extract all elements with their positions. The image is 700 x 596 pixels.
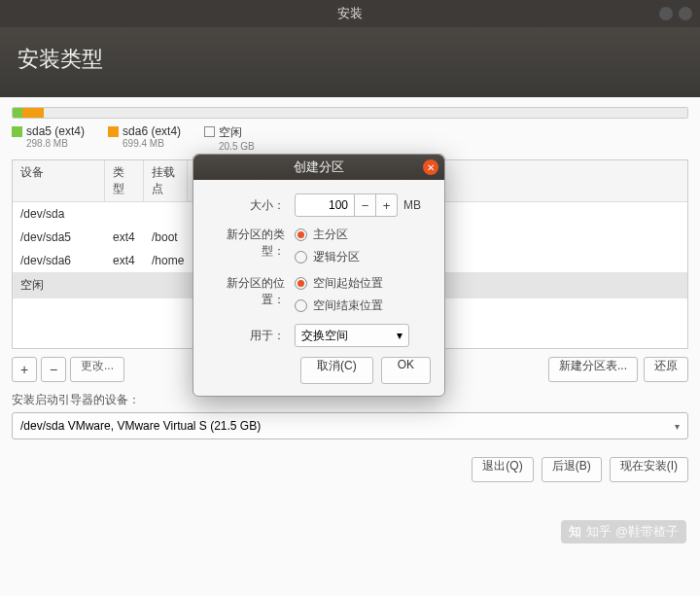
chevron-down-icon [675,419,680,433]
install-now-button[interactable]: 现在安装(I) [610,457,688,482]
legend-item-sda6: sda6 (ext4) 699.4 MB [108,124,181,152]
cell-device: /dev/sda5 [13,228,105,246]
revert-button[interactable]: 还原 [644,357,688,382]
radio-label: 空间结束位置 [313,298,383,314]
th-device[interactable]: 设备 [13,160,105,201]
legend-color-icon [12,126,22,137]
radio-logical[interactable]: 逻辑分区 [295,249,360,265]
cancel-button[interactable]: 取消(C) [300,357,373,384]
radio-label: 空间起始位置 [313,275,383,292]
cell-type: ext4 [105,252,144,269]
use-as-select[interactable]: 交换空间 ▾ [295,324,409,347]
page-title: 安装类型 [18,45,682,74]
legend-item-sda5: sda5 (ext4) 298.8 MB [12,124,85,152]
add-partition-button[interactable]: + [12,357,37,382]
disk-usage-bar [12,107,688,119]
page-header: 安装类型 [0,27,700,97]
dialog-title: 创建分区 [294,158,344,176]
close-icon: ✕ [427,162,435,173]
close-button[interactable] [679,7,692,20]
create-partition-dialog: 创建分区 ✕ 大小： − + MB 新分区的类型： 主分区 [192,154,445,397]
legend-label: sda6 (ext4) [122,124,181,138]
radio-primary[interactable]: 主分区 [295,227,360,243]
size-increment-button[interactable]: + [376,193,398,217]
remove-partition-button[interactable]: − [41,357,66,382]
radio-icon [295,251,307,263]
watermark-text: 知乎 @鞋带楂子 [586,523,679,541]
disk-legend: sda5 (ext4) 298.8 MB sda6 (ext4) 699.4 M… [12,124,688,152]
legend-size: 699.4 MB [122,138,181,149]
form-row-size: 大小： − + MB [207,193,431,217]
disk-segment-sda6 [22,108,44,118]
size-decrement-button[interactable]: − [355,193,376,217]
chevron-down-icon: ▾ [397,329,402,342]
quit-button[interactable]: 退出(Q) [472,457,533,482]
window-title: 安装 [337,5,363,22]
bootloader-select[interactable]: /dev/sda VMware, VMware Virtual S (21.5 … [12,412,688,439]
form-row-type: 新分区的类型： 主分区 逻辑分区 [207,227,431,265]
bootloader-value: /dev/sda VMware, VMware Virtual S (21.5 … [20,419,261,433]
size-label: 大小： [207,197,295,214]
cell-device: /dev/sda [13,205,105,223]
size-unit: MB [403,198,421,212]
legend-item-free: 空闲 20.5 GB [204,124,255,152]
back-button[interactable]: 后退(B) [542,457,602,482]
dialog-buttons: 取消(C) OK [207,357,431,384]
legend-label: 空闲 [219,124,255,141]
zhihu-logo-icon: 知 [569,523,581,541]
minimize-button[interactable] [659,7,673,20]
th-type[interactable]: 类型 [105,160,144,201]
ok-button[interactable]: OK [381,357,431,384]
window-controls [659,7,692,20]
cell-device: 空闲 [13,275,105,296]
cell-mount: /boot [144,228,188,246]
window-titlebar: 安装 [0,0,700,27]
radio-icon [295,299,307,312]
legend-label: sda5 (ext4) [26,124,85,138]
legend-size: 298.8 MB [26,138,85,149]
radio-icon [295,228,307,241]
use-label: 用于： [207,328,295,344]
disk-segment-sda5 [13,108,22,118]
dialog-titlebar: 创建分区 ✕ [193,155,444,180]
change-partition-button[interactable]: 更改... [70,357,124,382]
size-spinner: − + MB [295,193,421,217]
disk-segment-free [44,108,687,118]
type-label: 新分区的类型： [207,227,295,260]
radio-loc-end[interactable]: 空间结束位置 [295,298,383,314]
legend-checkbox-icon [204,126,215,137]
form-row-use: 用于： 交换空间 ▾ [207,324,431,347]
dialog-body: 大小： − + MB 新分区的类型： 主分区 逻辑分区 [193,180,444,396]
form-row-location: 新分区的位置： 空间起始位置 空间结束位置 [207,275,431,314]
use-value: 交换空间 [301,328,348,344]
radio-label: 主分区 [313,227,348,243]
radio-icon [295,277,307,290]
new-partition-table-button[interactable]: 新建分区表... [548,357,638,382]
cell-mount: /home [144,252,188,269]
watermark: 知 知乎 @鞋带楂子 [561,520,686,543]
cell-type: ext4 [105,228,144,246]
size-input[interactable] [295,193,355,217]
th-mount[interactable]: 挂载点 [144,160,188,201]
location-label: 新分区的位置： [207,275,295,308]
dialog-close-button[interactable]: ✕ [423,159,438,175]
radio-loc-begin[interactable]: 空间起始位置 [295,275,383,292]
legend-size: 20.5 GB [219,141,255,152]
cell-device: /dev/sda6 [13,252,105,269]
footer-buttons: 退出(Q) 后退(B) 现在安装(I) [12,457,688,482]
radio-label: 逻辑分区 [313,249,360,265]
legend-color-icon [108,126,119,137]
